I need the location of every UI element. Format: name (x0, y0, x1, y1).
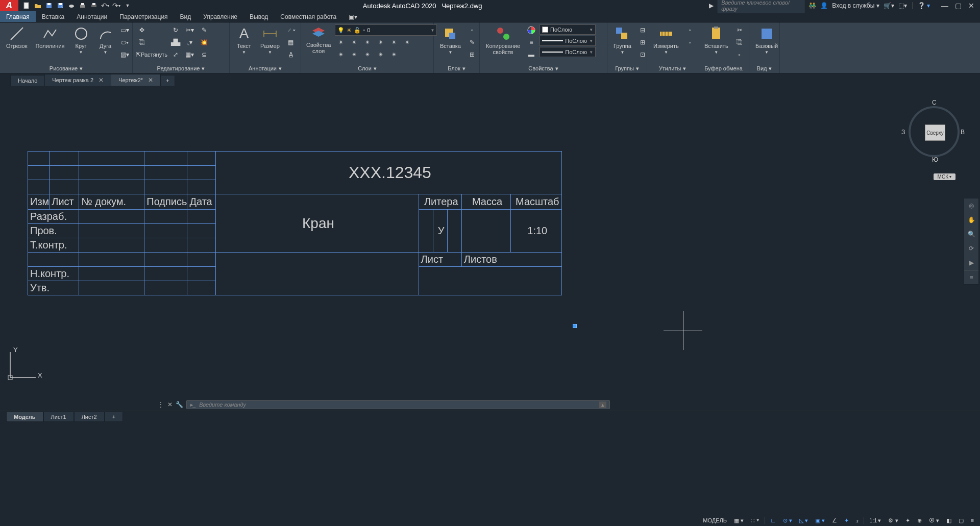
hardware-accel-icon[interactable]: ⦿ ▾ (926, 516, 942, 525)
edit-block-icon[interactable]: ✎ (466, 37, 478, 48)
mirror-icon[interactable]: ▟▙ (169, 37, 182, 48)
cloud-icon[interactable] (66, 1, 77, 11)
panel-anno-label[interactable]: Аннотации ▾ (230, 64, 301, 73)
isolate-icon[interactable]: ◧ (943, 516, 954, 525)
util-2-icon[interactable]: ▫ (684, 37, 696, 48)
ucs-icon[interactable]: Y X (6, 348, 42, 385)
status-model[interactable]: МОДЕЛЬ (700, 516, 730, 524)
qat-more-icon[interactable]: ▼ (122, 1, 133, 11)
match-props-button[interactable]: Копирование свойств (483, 24, 523, 56)
layer-tool-1[interactable]: ✴ (335, 37, 347, 48)
text-button[interactable]: AТекст▼ (233, 24, 255, 56)
layer-tool-10[interactable]: ✴ (375, 49, 387, 60)
new-icon[interactable] (21, 1, 32, 11)
circle-button[interactable]: Круг▼ (70, 24, 92, 56)
mtext-icon[interactable]: A̲ (285, 49, 297, 60)
otrack-toggle-icon[interactable]: ∠ (829, 516, 840, 525)
doc-tab-frame[interactable]: Чертеж рамка 2✕ (44, 74, 111, 86)
panel-block-label[interactable]: Блок ▾ (434, 64, 479, 73)
selection-grip[interactable] (573, 324, 577, 328)
arc-button[interactable]: Дуга▼ (94, 24, 117, 56)
plot-icon[interactable] (78, 1, 88, 11)
tab-output[interactable]: Вывод (243, 11, 274, 22)
tab-featured[interactable]: ▣▾ (342, 11, 363, 22)
lineweight-icon[interactable]: ▬ (525, 49, 537, 60)
nav-orbit-icon[interactable]: ⟳ (964, 241, 978, 256)
copy-icon[interactable]: ⿻ (136, 37, 148, 48)
cmd-config-icon[interactable]: 🔧 (176, 401, 183, 408)
layer-tool-5[interactable]: ✴ (388, 37, 400, 48)
nav-more-icon[interactable]: ≡ (964, 270, 978, 284)
attr-block-icon[interactable]: ⊞ (466, 49, 478, 60)
cmd-close-icon[interactable]: ✕ (167, 401, 173, 408)
redo-icon[interactable]: ↷▾ (111, 1, 121, 11)
measure-button[interactable]: Измерить▼ (650, 24, 682, 56)
panel-layers-label[interactable]: Слои ▾ (301, 64, 433, 73)
stretch-button[interactable]: ⇱ Растянуть (136, 49, 167, 60)
hatch-icon[interactable]: ▨▾ (119, 49, 131, 60)
tab-collab[interactable]: Совместная работа (274, 11, 342, 22)
nav-zoom-icon[interactable]: 🔍 (964, 227, 978, 241)
login-link[interactable]: Вход в службы ▾ (832, 2, 879, 9)
osnap-toggle-icon[interactable]: ▣ ▾ (812, 516, 828, 525)
maximize-button[interactable]: ▢ (952, 1, 964, 10)
paste-spec-icon[interactable]: ▫ (733, 49, 746, 60)
dimension-button[interactable]: Размер▼ (257, 24, 283, 56)
offset-icon[interactable]: ⊆ (198, 49, 210, 60)
line-button[interactable]: Отрезок (3, 24, 30, 50)
layer-tool-11[interactable]: ✴ (388, 49, 400, 60)
fillet-icon[interactable]: ◟▾ (184, 37, 196, 48)
open-icon[interactable] (33, 1, 43, 11)
drawing-canvas[interactable]: ХХХ.12345 Изм Лист № докум. Подпись Дата… (0, 86, 980, 398)
tab-annotate[interactable]: Аннотации (70, 11, 113, 22)
save-icon[interactable] (44, 1, 54, 11)
minimize-button[interactable]: — (939, 1, 950, 10)
trim-icon[interactable]: ✂▾ (184, 24, 196, 36)
lineweight-combo[interactable]: ПоСлою (540, 36, 596, 46)
nav-wheel-icon[interactable]: ◎ (964, 198, 978, 213)
tab-insert[interactable]: Вставка (36, 11, 71, 22)
undo-icon[interactable]: ↶▾ (100, 1, 110, 11)
anno-autoscale-icon[interactable]: ⊕ (914, 516, 925, 525)
util-1-icon[interactable]: ▫ (684, 24, 696, 36)
linetype-icon[interactable]: ≡ (525, 37, 537, 48)
table-icon[interactable]: ▦ (285, 37, 297, 48)
user-icon[interactable]: 👤 (820, 2, 828, 9)
explode-icon[interactable]: 💥 (198, 37, 210, 48)
rotate-icon[interactable]: ↻ (169, 24, 182, 36)
layer-tool-8[interactable]: ✴ (348, 49, 360, 60)
tab-view[interactable]: Вид (174, 11, 198, 22)
panel-draw-label[interactable]: Рисование ▾ (0, 64, 132, 73)
workspace-icon[interactable]: ⚙ ▾ (885, 516, 901, 525)
layer-tool-7[interactable]: ✴ (335, 49, 347, 60)
snap-toggle-icon[interactable]: ⸬ ▾ (748, 516, 763, 525)
panel-util-label[interactable]: Утилиты ▾ (647, 64, 698, 73)
cmd-history-icon[interactable]: ▴ (599, 402, 606, 408)
copy-clip-icon[interactable]: ⿻ (733, 37, 746, 48)
tab-manage[interactable]: Управление (197, 11, 243, 22)
saveas-icon[interactable] (55, 1, 65, 11)
layer-tool-6[interactable]: ✴ (401, 37, 413, 48)
a360-icon[interactable]: ⬚▾ (898, 2, 907, 9)
close-icon[interactable]: ✕ (148, 77, 153, 84)
search-trigger-icon[interactable]: ▶ (709, 2, 714, 9)
cart-icon[interactable]: 🛒▾ (884, 2, 894, 9)
color-combo[interactable]: ПоСлою (540, 24, 596, 35)
customize-icon[interactable]: ≡ (968, 516, 977, 524)
app-icon[interactable]: A (0, 0, 18, 11)
leader-icon[interactable]: ⟋▾ (285, 24, 297, 36)
insert-button[interactable]: Вставка▼ (437, 24, 464, 56)
ortho-toggle-icon[interactable]: ∟ (767, 516, 779, 524)
dyn-toggle-icon[interactable]: ✦ (841, 516, 852, 525)
layout-tab-sheet1[interactable]: Лист1 (43, 412, 74, 422)
doc-tab-start[interactable]: Начало (10, 75, 45, 86)
anno-visibility-icon[interactable]: ✦ (902, 516, 913, 525)
polar-toggle-icon[interactable]: ⊙ ▾ (780, 516, 795, 525)
cmd-handle-icon[interactable]: ⋮ (157, 400, 164, 409)
layer-tool-4[interactable]: ✴ (375, 37, 387, 48)
doc-tab-add[interactable]: + (160, 75, 175, 86)
doc-tab-current[interactable]: Чертеж2*✕ (111, 74, 161, 86)
polyline-button[interactable]: Полилиния (32, 24, 67, 50)
baseview-button[interactable]: Базовый▼ (752, 24, 781, 56)
move-icon[interactable]: ✥ (136, 24, 148, 36)
